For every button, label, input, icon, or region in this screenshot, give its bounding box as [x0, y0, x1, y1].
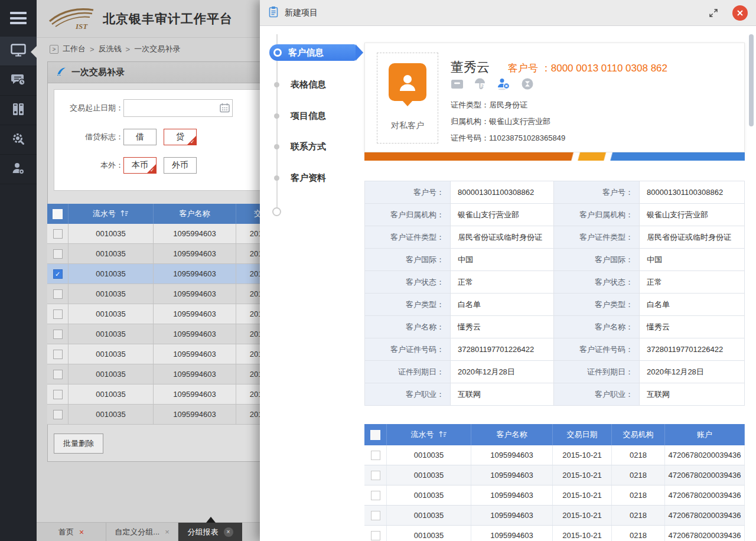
column-customer-name: 客户名称	[154, 204, 236, 224]
row-checkbox[interactable]	[53, 289, 63, 299]
modal-transactions-table: 流水号 客户名称 交易日期 交易机构 账户 001003510959946032…	[364, 424, 745, 541]
row-checkbox[interactable]	[53, 229, 63, 239]
detail-label: 客户证件号码：	[554, 338, 640, 360]
detail-value: 银雀山支行营业部	[640, 204, 744, 226]
clipboard-icon	[268, 6, 279, 20]
detail-value: 居民省份证或临时身份证	[451, 226, 554, 248]
step-table-info[interactable]: 表格信息	[291, 79, 326, 90]
row-checkbox[interactable]	[371, 471, 380, 480]
sort-icon[interactable]	[438, 431, 447, 439]
checkbox-cell	[47, 384, 69, 404]
row-checkbox[interactable]	[53, 330, 63, 339]
close-icon[interactable]: ×	[165, 527, 170, 536]
close-button[interactable]	[732, 5, 748, 21]
date-range-input[interactable]	[123, 99, 233, 117]
user-admin-icon	[11, 161, 25, 178]
tab-home[interactable]: 首页×	[37, 523, 106, 541]
detail-label: 客户归属机构：	[365, 204, 451, 226]
table-row[interactable]: 001003510959946032015-10-210218472067802…	[364, 506, 745, 526]
row-checkbox[interactable]	[53, 350, 63, 359]
row-checkbox[interactable]	[53, 390, 63, 399]
table-row[interactable]: 001003510959946032015-10-210218472067802…	[364, 445, 745, 465]
expand-icon[interactable]	[709, 8, 718, 18]
toggle-credit[interactable]: 贷✓	[164, 129, 197, 145]
checkbox-cell	[364, 445, 387, 465]
cell-date: 2015-10-21	[553, 445, 612, 465]
screen: IST 北京银丰审计工作平台 > 工作台 > 反洗钱 > 一次交易补录 一次交易…	[0, 0, 756, 541]
row-checkbox[interactable]	[53, 410, 63, 419]
sort-icon[interactable]	[120, 210, 129, 219]
cell-date: 2015-10-21	[553, 485, 612, 505]
step-dot	[274, 82, 279, 87]
person-x-icon[interactable]	[497, 77, 511, 90]
detail-label: 客户类型：	[554, 294, 640, 315]
step-dot	[274, 175, 279, 181]
breadcrumb-item[interactable]: 工作台	[63, 44, 86, 54]
row-checkbox[interactable]	[371, 531, 380, 540]
step-project-info[interactable]: 项目信息	[291, 110, 326, 122]
row-checkbox[interactable]	[53, 309, 63, 319]
row-checkbox[interactable]	[371, 491, 380, 500]
step-customer-info[interactable]: 客户信息	[269, 44, 356, 61]
date-range-field	[123, 99, 233, 117]
active-tab-arrow	[206, 517, 216, 523]
row-checkbox[interactable]	[371, 511, 380, 520]
toggle-local-currency[interactable]: 本币✓	[123, 157, 157, 174]
sidebar-item-archive[interactable]	[0, 96, 37, 125]
detail-value: 银雀山支行营业部	[451, 204, 554, 226]
cell-org: 0218	[612, 445, 665, 465]
tab-group-report[interactable]: 分组报表×	[178, 523, 242, 541]
logo-text: IST	[75, 22, 88, 30]
row-checkbox[interactable]: ✓	[53, 269, 63, 279]
app-title: 北京银丰审计工作平台	[103, 11, 233, 27]
cell-customer-name: 1095994603	[154, 364, 236, 384]
table-row[interactable]: 001003510959946032015-10-210218472067802…	[364, 526, 745, 541]
batch-delete-button[interactable]: 批量删除	[54, 434, 103, 454]
checkbox-cell	[47, 284, 69, 304]
column-serial: 流水号	[69, 204, 154, 224]
breadcrumb-item[interactable]: 反洗钱	[99, 44, 122, 54]
table-row[interactable]: 001003510959946032015-10-210218472067802…	[364, 465, 745, 485]
calendar-icon[interactable]	[220, 103, 230, 115]
select-all-checkbox[interactable]	[370, 430, 380, 440]
checkbox-cell	[47, 405, 69, 424]
svg-text:2: 2	[481, 83, 484, 89]
close-icon[interactable]: ×	[224, 527, 233, 537]
cell-serial: 0010035	[69, 364, 154, 384]
menu-icon[interactable]	[10, 12, 27, 24]
cell-customer-name: 1095994603	[154, 264, 236, 283]
step-customer-files[interactable]: 客户资料	[291, 172, 326, 184]
detail-value: 372801197701226422	[451, 338, 554, 360]
row-checkbox[interactable]	[53, 249, 63, 259]
sidebar-item-settings[interactable]	[0, 125, 37, 155]
checkbox-cell	[47, 244, 69, 263]
toggle-foreign-currency[interactable]: 外币✓	[164, 157, 197, 174]
column-org: 交易机构	[612, 424, 665, 445]
close-icon[interactable]: ×	[79, 527, 84, 537]
detail-value: 白名单	[640, 294, 744, 315]
row-checkbox[interactable]	[53, 370, 63, 379]
tab-custom-group[interactable]: 自定义分组...×	[106, 523, 178, 541]
cell-org: 0218	[612, 526, 665, 541]
archive-box-icon[interactable]	[451, 78, 464, 90]
checkbox-cell	[47, 344, 69, 364]
scrollbar-thumb[interactable]	[749, 34, 754, 126]
status-circle-icon[interactable]	[521, 77, 534, 90]
cell-customer-name: 1095994603	[154, 384, 236, 404]
detail-row: 客户职业：互联网客户职业：互联网	[365, 383, 744, 406]
row-checkbox[interactable]	[371, 451, 380, 460]
umbrella-2-icon[interactable]: 2	[474, 77, 487, 90]
step-contact-info[interactable]: 联系方式	[291, 141, 326, 152]
id-type-line: 证件类型：居民身份证	[451, 100, 527, 110]
select-all-checkbox[interactable]	[53, 209, 63, 219]
toggle-debit[interactable]: 借✓	[123, 129, 157, 145]
sidebar-item-messages[interactable]	[0, 66, 37, 96]
cell-serial: 0010035	[69, 304, 154, 324]
detail-label: 客户类型：	[365, 294, 451, 315]
step-dot-active	[273, 48, 282, 57]
column-date: 交易日期	[553, 424, 612, 445]
detail-label: 客户归属机构：	[554, 204, 640, 226]
table-row[interactable]: 001003510959946032015-10-210218472067802…	[364, 485, 745, 506]
cell-customer-name: 1095994603	[154, 304, 236, 324]
sidebar-item-users[interactable]	[0, 155, 37, 184]
